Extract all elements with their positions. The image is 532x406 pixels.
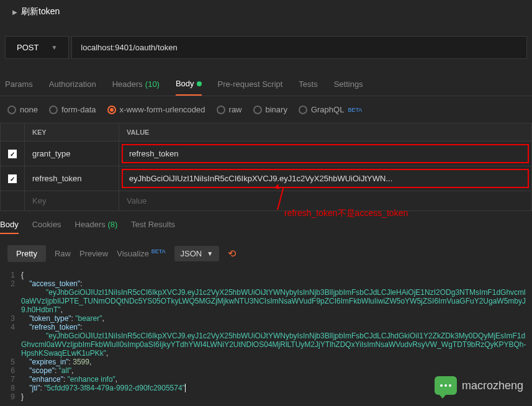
request-row: POST ▼ — [0, 30, 532, 65]
preview-button[interactable]: Preview — [79, 249, 108, 258]
table-row-empty[interactable]: Key Value — [1, 191, 532, 211]
table-row[interactable]: ✓ grant_type refresh_token — [1, 142, 532, 166]
radio-none[interactable]: none — [7, 105, 38, 114]
tab-tests[interactable]: Tests — [299, 79, 317, 96]
body-params-table: KEY VALUE ✓ grant_type refresh_token ✓ r… — [0, 123, 532, 211]
pretty-button[interactable]: Pretty — [7, 245, 46, 262]
request-title: 刷新token — [21, 6, 60, 17]
resp-tab-headers[interactable]: Headers (8) — [75, 220, 118, 234]
table-row[interactable]: ✓ refresh_token eyJhbGciOiJIUzI1NiIsInR5… — [1, 166, 532, 191]
resp-tab-tests[interactable]: Test Results — [131, 220, 175, 234]
radio-graphql[interactable]: GraphQLBETA — [299, 105, 362, 114]
key-cell[interactable]: grant_type — [25, 142, 119, 166]
radio-formdata[interactable]: form-data — [49, 105, 96, 114]
tab-body[interactable]: Body — [176, 79, 202, 96]
tab-prerequest[interactable]: Pre-request Script — [218, 79, 283, 96]
value-cell[interactable]: refresh_token — [119, 142, 531, 166]
request-header: ▶ 刷新token — [0, 0, 532, 24]
checkbox-icon[interactable]: ✓ — [8, 150, 17, 158]
method-label: POST — [17, 43, 38, 52]
request-tabs: Params Authorization Headers (10) Body P… — [0, 71, 532, 96]
value-header: VALUE — [119, 124, 531, 142]
chevron-down-icon: ▼ — [51, 44, 57, 51]
method-selector[interactable]: POST ▼ — [5, 36, 69, 59]
visualize-button[interactable]: Visualize BETA — [117, 248, 165, 258]
format-selector[interactable]: JSON ▼ — [174, 246, 220, 261]
watermark: macrozheng — [435, 376, 523, 395]
value-cell[interactable]: eyJhbGciOiJIUzI1NiIsInR5cCI6IkpXVCJ9.eyJ… — [119, 166, 531, 191]
tab-authorization[interactable]: Authorization — [49, 79, 96, 96]
view-options-row: Pretty Raw Preview Visualize BETA JSON ▼… — [0, 240, 532, 267]
body-modified-indicator — [197, 81, 202, 86]
radio-xwww[interactable]: x-www-form-urlencoded — [107, 105, 205, 114]
raw-button[interactable]: Raw — [55, 249, 71, 258]
value-placeholder[interactable]: Value — [119, 191, 531, 211]
collapse-icon[interactable]: ▶ — [12, 9, 17, 16]
response-tabs: Body Cookies Headers (8) Test Results — [0, 211, 532, 240]
tab-settings[interactable]: Settings — [334, 79, 363, 96]
wrap-lines-icon[interactable]: ⟲ — [228, 248, 236, 259]
key-cell[interactable]: refresh_token — [25, 166, 119, 191]
tab-headers[interactable]: Headers (10) — [112, 79, 160, 96]
url-input[interactable] — [71, 36, 527, 59]
key-header: KEY — [25, 124, 119, 142]
body-type-row: none form-data x-www-form-urlencoded raw… — [0, 96, 532, 123]
resp-tab-cookies[interactable]: Cookies — [32, 220, 61, 234]
key-placeholder[interactable]: Key — [25, 191, 119, 211]
checkbox-icon[interactable]: ✓ — [8, 174, 17, 183]
radio-raw[interactable]: raw — [217, 105, 242, 114]
radio-binary[interactable]: binary — [253, 105, 287, 114]
tab-params[interactable]: Params — [5, 79, 33, 96]
chevron-down-icon: ▼ — [207, 250, 213, 257]
resp-tab-body[interactable]: Body — [0, 220, 19, 234]
chat-icon — [435, 376, 457, 395]
